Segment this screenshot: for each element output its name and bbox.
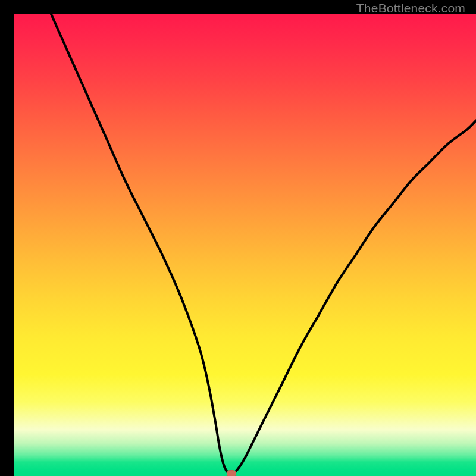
optimum-marker bbox=[227, 470, 236, 476]
watermark-text: TheBottleneck.com bbox=[356, 1, 465, 15]
bottleneck-curve bbox=[14, 14, 476, 476]
plot-area bbox=[14, 14, 476, 476]
chart-frame bbox=[7, 7, 469, 469]
